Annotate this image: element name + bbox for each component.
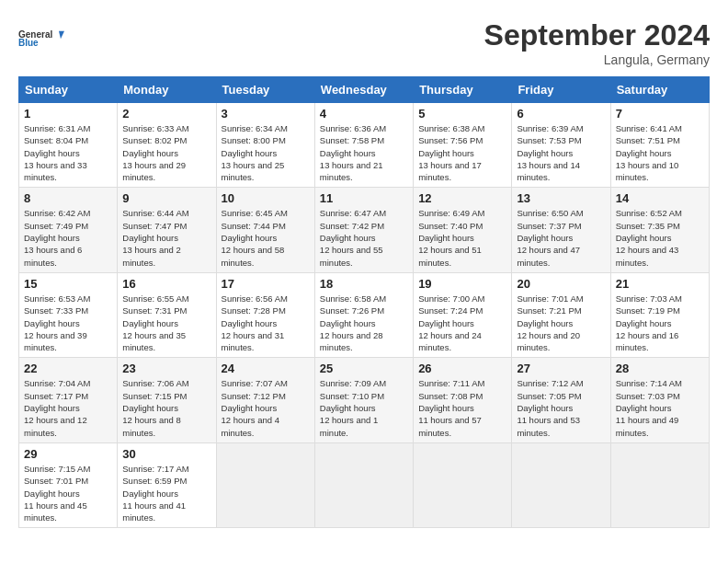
day-info: Sunrise: 7:09 AM Sunset: 7:10 PM Dayligh… <box>320 377 408 438</box>
day-number: 20 <box>517 277 605 291</box>
calendar-cell: 6 Sunrise: 6:39 AM Sunset: 7:53 PM Dayli… <box>512 103 610 188</box>
calendar-cell: 28 Sunrise: 7:14 AM Sunset: 7:03 PM Dayl… <box>610 358 709 442</box>
day-info: Sunrise: 7:07 AM Sunset: 7:12 PM Dayligh… <box>222 377 310 438</box>
day-info: Sunrise: 6:31 AM Sunset: 8:04 PM Dayligh… <box>24 122 112 183</box>
day-number: 21 <box>616 277 704 291</box>
day-number: 29 <box>24 447 112 461</box>
day-number: 2 <box>122 107 210 121</box>
day-number: 22 <box>24 362 112 375</box>
day-info: Sunrise: 6:42 AM Sunset: 7:49 PM Dayligh… <box>24 207 112 268</box>
calendar-cell: 12 Sunrise: 6:49 AM Sunset: 7:40 PM Dayl… <box>414 188 512 272</box>
calendar-cell: 10 Sunrise: 6:45 AM Sunset: 7:44 PM Dayl… <box>216 188 314 272</box>
calendar-cell: 17 Sunrise: 6:56 AM Sunset: 7:28 PM Dayl… <box>216 272 314 357</box>
weekday-header-tuesday: Tuesday <box>216 77 314 103</box>
day-info: Sunrise: 6:34 AM Sunset: 8:00 PM Dayligh… <box>222 122 310 183</box>
day-info: Sunrise: 6:45 AM Sunset: 7:44 PM Dayligh… <box>222 207 310 268</box>
calendar-week-row-4: 22 Sunrise: 7:04 AM Sunset: 7:17 PM Dayl… <box>19 358 710 442</box>
weekday-header-sunday: Sunday <box>19 77 118 103</box>
day-number: 9 <box>122 191 210 205</box>
calendar-cell: 21 Sunrise: 7:03 AM Sunset: 7:19 PM Dayl… <box>610 272 709 357</box>
calendar-week-row-2: 8 Sunrise: 6:42 AM Sunset: 7:49 PM Dayli… <box>19 188 710 272</box>
day-number: 25 <box>320 362 408 375</box>
weekday-header-thursday: Thursday <box>414 77 512 103</box>
calendar-cell <box>314 442 413 527</box>
calendar-cell: 7 Sunrise: 6:41 AM Sunset: 7:51 PM Dayli… <box>610 103 709 188</box>
day-info: Sunrise: 7:00 AM Sunset: 7:24 PM Dayligh… <box>418 293 506 353</box>
day-number: 27 <box>517 362 605 375</box>
day-number: 28 <box>616 362 704 375</box>
day-number: 6 <box>517 107 605 121</box>
calendar-cell: 4 Sunrise: 6:36 AM Sunset: 7:58 PM Dayli… <box>314 103 413 188</box>
day-number: 11 <box>320 191 408 205</box>
day-info: Sunrise: 6:50 AM Sunset: 7:37 PM Dayligh… <box>517 207 605 268</box>
calendar-cell: 9 Sunrise: 6:44 AM Sunset: 7:47 PM Dayli… <box>118 188 216 272</box>
day-info: Sunrise: 6:33 AM Sunset: 8:02 PM Dayligh… <box>122 122 210 183</box>
calendar-cell: 22 Sunrise: 7:04 AM Sunset: 7:17 PM Dayl… <box>19 358 118 442</box>
day-info: Sunrise: 7:11 AM Sunset: 7:08 PM Dayligh… <box>418 377 506 438</box>
day-info: Sunrise: 6:36 AM Sunset: 7:58 PM Dayligh… <box>320 122 408 183</box>
calendar-week-row-1: 1 Sunrise: 6:31 AM Sunset: 8:04 PM Dayli… <box>19 103 710 188</box>
day-info: Sunrise: 6:58 AM Sunset: 7:26 PM Dayligh… <box>320 293 408 353</box>
svg-text:Blue: Blue <box>18 38 39 48</box>
calendar-cell <box>610 442 709 527</box>
calendar-cell <box>512 442 610 527</box>
calendar-cell: 5 Sunrise: 6:38 AM Sunset: 7:56 PM Dayli… <box>414 103 512 188</box>
day-info: Sunrise: 6:38 AM Sunset: 7:56 PM Dayligh… <box>418 122 506 183</box>
calendar-cell: 2 Sunrise: 6:33 AM Sunset: 8:02 PM Dayli… <box>118 103 216 188</box>
day-info: Sunrise: 6:41 AM Sunset: 7:51 PM Dayligh… <box>616 122 704 183</box>
day-info: Sunrise: 7:06 AM Sunset: 7:15 PM Dayligh… <box>122 377 210 438</box>
weekday-header-saturday: Saturday <box>610 77 709 103</box>
day-info: Sunrise: 6:47 AM Sunset: 7:42 PM Dayligh… <box>320 207 408 268</box>
title-area: September 2024 Langula, Germany <box>484 18 710 67</box>
day-info: Sunrise: 6:53 AM Sunset: 7:33 PM Dayligh… <box>24 293 112 353</box>
calendar-cell: 24 Sunrise: 7:07 AM Sunset: 7:12 PM Dayl… <box>216 358 314 442</box>
day-info: Sunrise: 6:44 AM Sunset: 7:47 PM Dayligh… <box>122 207 210 268</box>
day-info: Sunrise: 6:56 AM Sunset: 7:28 PM Dayligh… <box>222 293 310 353</box>
day-number: 1 <box>24 107 112 121</box>
page-header: General Blue September 2024 Langula, Ger… <box>18 18 710 67</box>
calendar-cell <box>414 442 512 527</box>
calendar-cell: 18 Sunrise: 6:58 AM Sunset: 7:26 PM Dayl… <box>314 272 413 357</box>
day-number: 13 <box>517 191 605 205</box>
calendar-cell: 27 Sunrise: 7:12 AM Sunset: 7:05 PM Dayl… <box>512 358 610 442</box>
calendar-cell: 19 Sunrise: 7:00 AM Sunset: 7:24 PM Dayl… <box>414 272 512 357</box>
day-number: 3 <box>222 107 310 121</box>
day-number: 30 <box>122 447 210 461</box>
calendar-cell <box>216 442 314 527</box>
day-number: 4 <box>320 107 408 121</box>
calendar-cell: 15 Sunrise: 6:53 AM Sunset: 7:33 PM Dayl… <box>19 272 118 357</box>
day-info: Sunrise: 7:15 AM Sunset: 7:01 PM Dayligh… <box>24 463 112 523</box>
weekday-header-friday: Friday <box>512 77 610 103</box>
day-info: Sunrise: 7:04 AM Sunset: 7:17 PM Dayligh… <box>24 377 112 438</box>
day-number: 23 <box>122 362 210 375</box>
day-number: 7 <box>616 107 704 121</box>
calendar-cell: 11 Sunrise: 6:47 AM Sunset: 7:42 PM Dayl… <box>314 188 413 272</box>
calendar-cell: 3 Sunrise: 6:34 AM Sunset: 8:00 PM Dayli… <box>216 103 314 188</box>
day-number: 5 <box>418 107 506 121</box>
calendar-cell: 29 Sunrise: 7:15 AM Sunset: 7:01 PM Dayl… <box>19 442 118 527</box>
calendar-cell: 14 Sunrise: 6:52 AM Sunset: 7:35 PM Dayl… <box>610 188 709 272</box>
calendar-cell: 26 Sunrise: 7:11 AM Sunset: 7:08 PM Dayl… <box>414 358 512 442</box>
logo: General Blue <box>18 18 64 60</box>
day-info: Sunrise: 6:52 AM Sunset: 7:35 PM Dayligh… <box>616 207 704 268</box>
day-info: Sunrise: 7:03 AM Sunset: 7:19 PM Dayligh… <box>616 293 704 353</box>
day-number: 19 <box>418 277 506 291</box>
logo-svg: General Blue <box>18 18 64 60</box>
calendar-cell: 20 Sunrise: 7:01 AM Sunset: 7:21 PM Dayl… <box>512 272 610 357</box>
day-info: Sunrise: 7:14 AM Sunset: 7:03 PM Dayligh… <box>616 377 704 438</box>
day-number: 24 <box>222 362 310 375</box>
calendar-cell: 13 Sunrise: 6:50 AM Sunset: 7:37 PM Dayl… <box>512 188 610 272</box>
day-number: 17 <box>222 277 310 291</box>
day-info: Sunrise: 6:39 AM Sunset: 7:53 PM Dayligh… <box>517 122 605 183</box>
day-number: 16 <box>122 277 210 291</box>
weekday-header-row: SundayMondayTuesdayWednesdayThursdayFrid… <box>19 77 710 103</box>
day-info: Sunrise: 6:49 AM Sunset: 7:40 PM Dayligh… <box>418 207 506 268</box>
day-info: Sunrise: 7:12 AM Sunset: 7:05 PM Dayligh… <box>517 377 605 438</box>
day-number: 8 <box>24 191 112 205</box>
calendar-cell: 16 Sunrise: 6:55 AM Sunset: 7:31 PM Dayl… <box>118 272 216 357</box>
calendar-week-row-3: 15 Sunrise: 6:53 AM Sunset: 7:33 PM Dayl… <box>19 272 710 357</box>
calendar-week-row-5: 29 Sunrise: 7:15 AM Sunset: 7:01 PM Dayl… <box>19 442 710 527</box>
day-number: 14 <box>616 191 704 205</box>
day-number: 12 <box>418 191 506 205</box>
day-number: 26 <box>418 362 506 375</box>
